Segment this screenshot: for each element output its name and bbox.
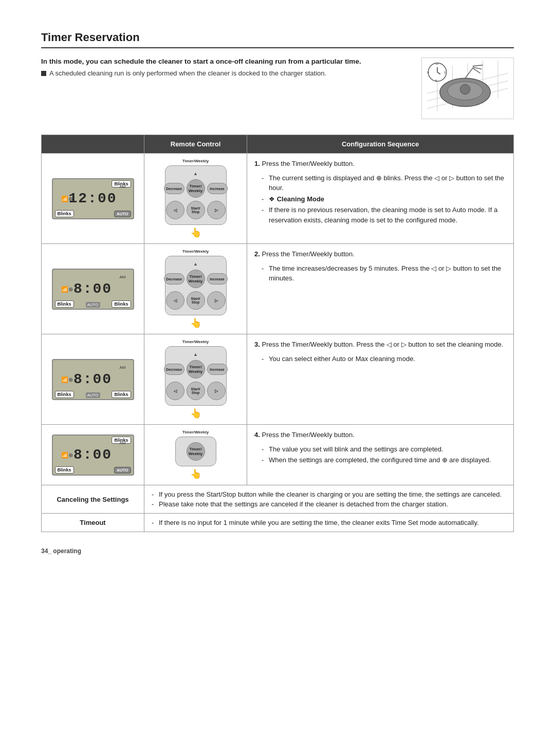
cancel-label: Canceling the Settings (42, 485, 144, 514)
config-sub-item: If there is no previous reservation, the… (262, 205, 506, 225)
remote-body-1: ▲ Decrease Timer/Weekly Increase ◁ (165, 165, 227, 225)
decrease-btn-1[interactable]: Decrease (164, 183, 184, 194)
step-num-2: 2. (254, 250, 260, 258)
intro-section: In this mode, you can schedule the clean… (41, 58, 514, 119)
blinks-badge-bot2-2: Blinks (112, 300, 131, 308)
hand-icon-2: 👆 (190, 317, 201, 329)
auto-badge-2: AUTO (85, 302, 100, 308)
diagram-cell-1: Blinks 📶⊕ 12:00 AM Blinks AUTO (42, 154, 144, 244)
config-cell-1: 1. Press the Timer/Weekly button. The cu… (247, 154, 514, 244)
remote-label-3: Timer/Weekly (182, 339, 209, 344)
main-table: Remote Control Configuration Sequence Bl… (41, 135, 514, 532)
robot-image: 12 3 6 9 (421, 58, 514, 119)
col-header-diagram (42, 135, 144, 154)
auto-badge-4: AUTO (114, 467, 131, 474)
increase-btn-3[interactable]: Increase (207, 364, 228, 375)
config-sub-2: The time increases/decreases by 5 minute… (254, 263, 506, 284)
svg-text:12: 12 (435, 62, 439, 65)
decrease-btn-2[interactable]: Decrease (164, 273, 184, 285)
svg-line-14 (473, 65, 483, 66)
bullet-square (41, 71, 46, 76)
remote-body-4: Timer/Weekly (175, 437, 216, 466)
col-header-remote: Remote Control (144, 135, 247, 154)
config-sub-item: The time increases/decreases by 5 minute… (262, 263, 506, 284)
increase-btn-1[interactable]: Increase (207, 183, 228, 194)
lcd-icon-1: 📶⊕ (61, 195, 73, 202)
step-text-4: Press the Timer/Weekly button. (262, 431, 354, 439)
timer-weekly-btn-3[interactable]: Timer/Weekly (187, 360, 205, 379)
timeout-item: If there is no input for 1 minute while … (152, 519, 506, 526)
svg-text:9: 9 (427, 71, 429, 74)
lcd-time-2: 8:00 (73, 281, 112, 297)
cancel-item-1: If you press the Start/Stop button while… (152, 490, 506, 498)
left-btn-2[interactable]: ◁ (166, 291, 184, 310)
table-row: Blinks 📶⊕ 12:00 AM Blinks AUTO Timer/Wee… (42, 154, 514, 244)
increase-btn-2[interactable]: Increase (207, 273, 228, 285)
lcd-icon-3: 📶⊕ (61, 376, 73, 383)
intro-bold: In this mode, you can schedule the clean… (41, 58, 411, 65)
timer-weekly-btn-2[interactable]: Timer/Weekly (187, 270, 205, 288)
timeout-row: Timeout If there is no input for 1 minut… (42, 514, 514, 532)
start-stop-btn-2[interactable]: Start/Stop (187, 291, 205, 310)
footer-text: 34_ operating (41, 547, 81, 555)
intro-bullet: A scheduled cleaning run is only perform… (41, 69, 411, 77)
step-num-3: 3. (254, 341, 260, 348)
svg-line-11 (465, 68, 473, 79)
step-text-3: Press the Timer/Weekly button. Press the… (262, 341, 503, 348)
lcd-icon-2: 📶⊕ (61, 286, 73, 292)
timer-weekly-btn-4[interactable]: Timer/Weekly (187, 442, 205, 461)
right-btn-3[interactable]: ▷ (207, 382, 226, 400)
table-row: 📶⊕ 8:00 AM Blinks Blinks AUTO Timer/Week… (42, 334, 514, 425)
config-sub-item: The value you set will blink and the set… (262, 444, 506, 455)
step-text-2: Press the Timer/Weekly button. (262, 250, 354, 258)
step-num-4: 4. (254, 431, 260, 439)
cancel-content: If you press the Start/Stop button while… (144, 485, 514, 514)
timeout-content: If there is no input for 1 minute while … (144, 514, 514, 532)
lcd-icon-4: 📶⊕ (61, 451, 73, 458)
auto-badge-3: AUTO (85, 392, 100, 398)
decrease-btn-3[interactable]: Decrease (164, 364, 184, 375)
start-stop-btn-3[interactable]: Start/Stop (187, 382, 205, 400)
lcd-display-2: 📶⊕ 8:00 AM Blinks Blinks AUTO (52, 269, 134, 310)
remote-cell-2: Timer/Weekly ▲ Decrease Timer/Weekly Inc… (144, 244, 247, 334)
config-cell-3: 3. Press the Timer/Weekly button. Press … (247, 334, 514, 425)
remote-label-1: Timer/Weekly (182, 159, 209, 163)
table-row: 📶⊕ 8:00 AM Blinks Blinks AUTO Timer/Week… (42, 244, 514, 334)
timeout-list: If there is no input for 1 minute while … (152, 519, 506, 526)
lcd-time-3: 8:00 (73, 371, 112, 387)
blinks-badge-bot-1: Blinks (55, 210, 74, 217)
svg-point-10 (460, 84, 470, 94)
cancel-list: If you press the Start/Stop button while… (152, 490, 506, 508)
cancel-item-2: Please take note that the settings are c… (152, 500, 506, 508)
left-btn-1[interactable]: ◁ (166, 201, 184, 219)
intro-text: In this mode, you can schedule the clean… (41, 58, 411, 77)
blinks-badge-bot-2: Blinks (55, 300, 74, 308)
step-text-1: Press the Timer/Weekly button. (262, 160, 354, 167)
lcd-time-1: 12:00 (68, 191, 117, 206)
remote-label-2: Timer/Weekly (182, 249, 209, 254)
lcd-display-4: Blinks 📶⊕ 8:00 AM Blinks AUTO (52, 434, 134, 476)
right-btn-2[interactable]: ▷ (207, 291, 226, 310)
config-sub-item: You can select either Auto or Max cleani… (262, 354, 506, 364)
config-sub-1: The current setting is displayed and ⊕ b… (254, 173, 506, 225)
diagram-cell-2: 📶⊕ 8:00 AM Blinks Blinks AUTO (42, 244, 144, 334)
col-header-config: Configuration Sequence (247, 135, 514, 154)
right-btn-1[interactable]: ▷ (207, 201, 226, 219)
table-row: Blinks 📶⊕ 8:00 AM Blinks AUTO Timer/Week… (42, 425, 514, 485)
lcd-display-1: Blinks 📶⊕ 12:00 AM Blinks AUTO (52, 178, 134, 219)
remote-cell-4: Timer/Weekly Timer/Weekly 👆 (144, 425, 247, 485)
config-cell-4: 4. Press the Timer/Weekly button. The va… (247, 425, 514, 485)
blinks-badge-bot2-3: Blinks (112, 391, 131, 398)
config-sub-item: The current setting is displayed and ⊕ b… (262, 173, 506, 193)
page-title: Timer Reservation (41, 31, 514, 48)
hand-icon-4: 👆 (190, 468, 201, 480)
timer-weekly-btn-1[interactable]: Timer/Weekly (187, 179, 205, 198)
auto-badge-1: AUTO (114, 211, 131, 217)
start-stop-btn-1[interactable]: Start/Stop (187, 201, 205, 219)
hand-icon-3: 👆 (190, 408, 201, 419)
blinks-badge-bot-3: Blinks (55, 391, 74, 398)
footer: 34_ operating (41, 547, 514, 555)
config-sub-item: When the settings are completed, the con… (262, 455, 506, 465)
remote-body-3: ▲ Decrease Timer/Weekly Increase ◁ Start… (165, 346, 227, 406)
left-btn-3[interactable]: ◁ (166, 382, 184, 400)
